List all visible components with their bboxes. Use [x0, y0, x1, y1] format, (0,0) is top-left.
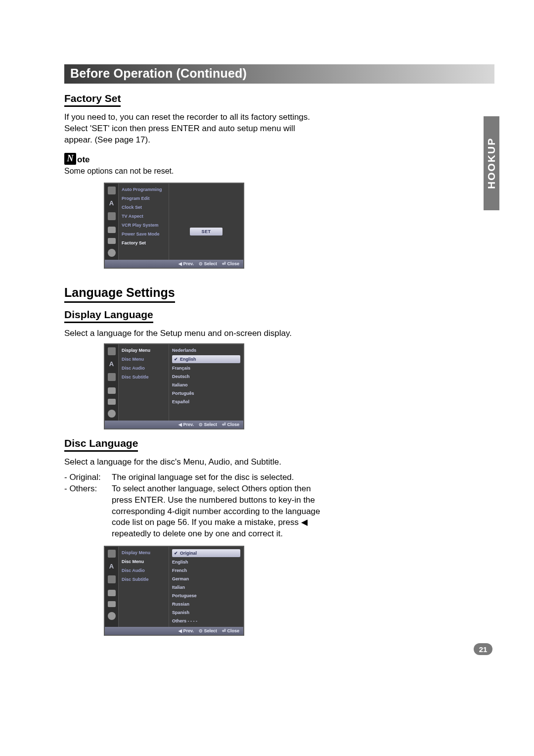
lang-option[interactable]: Italiano [172, 381, 240, 388]
lang-option[interactable]: French [172, 567, 240, 574]
note-text: Some options can not be reset. [64, 167, 316, 176]
heading-disc-language: Disc Language [64, 437, 138, 452]
heading-display-language: Display Language [64, 309, 153, 323]
screen-icon [108, 575, 116, 583]
osd-display-language: A Display Menu Disc Menu Disc Audio Disc… [104, 343, 244, 429]
lang-option[interactable]: Português [172, 390, 240, 397]
hdd-icon [108, 601, 116, 607]
menu-item[interactable]: Disc Audio [122, 365, 166, 372]
text-display-language-body: Select a language for the Setup menu and… [64, 328, 316, 339]
osd-factory-set: A Auto Programming Program Edit Clock Se… [104, 183, 244, 269]
text-original: The original language set for the disc i… [112, 472, 326, 483]
osd-sidebar-icons: A [105, 547, 119, 627]
text-factory-set-body: If you need to, you can reset the record… [64, 112, 316, 146]
lang-option[interactable]: Russian [172, 601, 240, 608]
menu-item[interactable]: Disc Menu [122, 356, 166, 363]
note-icon: N [64, 153, 76, 165]
footer-select: ⊙ Select [199, 628, 217, 633]
menu-item[interactable]: Auto Programming [122, 186, 166, 193]
osd-disc-language: A Display Menu Disc Menu Disc Audio Disc… [104, 546, 244, 636]
osd-menu-list: Auto Programming Program Edit Clock Set … [119, 184, 169, 260]
osd-sidebar-icons: A [105, 184, 119, 260]
lang-option[interactable]: Italian [172, 584, 240, 591]
disc-icon [108, 249, 116, 257]
label-others: - Others: [64, 483, 112, 540]
menu-item[interactable]: Display Menu [122, 549, 166, 556]
tv-icon [108, 550, 116, 558]
osd-sidebar-icons: A [105, 344, 119, 421]
side-tab-hookup: HOOKUP [484, 116, 499, 210]
osd-footer: ◀ Prev. ⊙ Select ⏎ Close [105, 421, 243, 428]
check-icon: ✔ [174, 357, 178, 362]
letter-a-icon: A [108, 563, 116, 570]
footer-prev: ◀ Prev. [178, 628, 194, 633]
lang-option-selected[interactable]: ✔Original [172, 549, 240, 557]
lock-icon [108, 227, 116, 233]
menu-item-selected[interactable]: Disc Menu [122, 558, 166, 565]
lang-option[interactable]: Others - - - - [172, 617, 240, 624]
menu-item[interactable]: VCR Play System [122, 222, 166, 229]
menu-item-selected[interactable]: Factory Set [122, 239, 166, 246]
lang-option[interactable]: English [172, 559, 240, 566]
osd-right-panel: ✔Original English French German Italian … [169, 547, 243, 627]
menu-item[interactable]: Disc Subtitle [122, 576, 166, 583]
lang-option[interactable]: Français [172, 365, 240, 372]
hdd-icon [108, 399, 116, 405]
menu-item[interactable]: Program Edit [122, 195, 166, 202]
lock-icon [108, 387, 116, 394]
screen-icon [108, 373, 116, 381]
screen-icon [108, 212, 116, 220]
osd-menu-list: Display Menu Disc Menu Disc Audio Disc S… [119, 547, 169, 627]
check-icon: ✔ [174, 551, 178, 556]
set-button[interactable]: SET [190, 228, 222, 236]
page-number: 21 [474, 643, 492, 655]
tv-icon [108, 187, 116, 194]
tv-icon [108, 347, 116, 355]
footer-select: ⊙ Select [199, 422, 217, 427]
footer-prev: ◀ Prev. [178, 261, 194, 266]
disc-icon [108, 410, 116, 418]
hdd-icon [108, 238, 116, 244]
menu-item[interactable]: Disc Audio [122, 567, 166, 574]
footer-select: ⊙ Select [199, 261, 217, 266]
menu-item[interactable]: TV Aspect [122, 213, 166, 220]
osd-footer: ◀ Prev. ⊙ Select ⏎ Close [105, 260, 243, 268]
lang-option-selected[interactable]: ✔English [172, 355, 240, 363]
osd-menu-list: Display Menu Disc Menu Disc Audio Disc S… [119, 344, 169, 421]
note-label: ote [77, 155, 90, 165]
osd-footer: ◀ Prev. ⊙ Select ⏎ Close [105, 627, 243, 635]
text-others: To select another language, select Other… [112, 483, 326, 540]
lang-option-label: Original [180, 551, 197, 556]
lang-option-label: English [180, 357, 196, 362]
text-disc-language-body: Select a language for the disc's Menu, A… [64, 457, 316, 468]
heading-factory-set: Factory Set [64, 93, 121, 107]
label-original: - Original: [64, 472, 112, 483]
page-section-header: Before Operation (Continued) [64, 64, 494, 84]
footer-close: ⏎ Close [222, 261, 239, 266]
letter-a-icon: A [108, 199, 116, 207]
lang-option[interactable]: German [172, 575, 240, 582]
lang-option[interactable]: Portuguese [172, 592, 240, 599]
menu-item[interactable]: Power Save Mode [122, 231, 166, 237]
lang-option[interactable]: Spanish [172, 609, 240, 616]
letter-a-icon: A [108, 360, 116, 368]
osd-right-panel: SET [169, 184, 243, 260]
menu-item[interactable]: Disc Subtitle [122, 374, 166, 380]
disc-icon [108, 612, 116, 620]
menu-item[interactable]: Clock Set [122, 204, 166, 211]
lock-icon [108, 590, 116, 596]
footer-close: ⏎ Close [222, 628, 239, 633]
lang-option[interactable]: Nederlands [172, 347, 240, 354]
lang-option[interactable]: Español [172, 398, 240, 405]
footer-prev: ◀ Prev. [178, 422, 194, 427]
footer-close: ⏎ Close [222, 422, 239, 427]
heading-language-settings: Language Settings [64, 285, 175, 303]
menu-item-selected[interactable]: Display Menu [122, 347, 166, 354]
osd-right-panel: Nederlands ✔English Français Deutsch Ita… [169, 344, 243, 421]
lang-option[interactable]: Deutsch [172, 373, 240, 380]
